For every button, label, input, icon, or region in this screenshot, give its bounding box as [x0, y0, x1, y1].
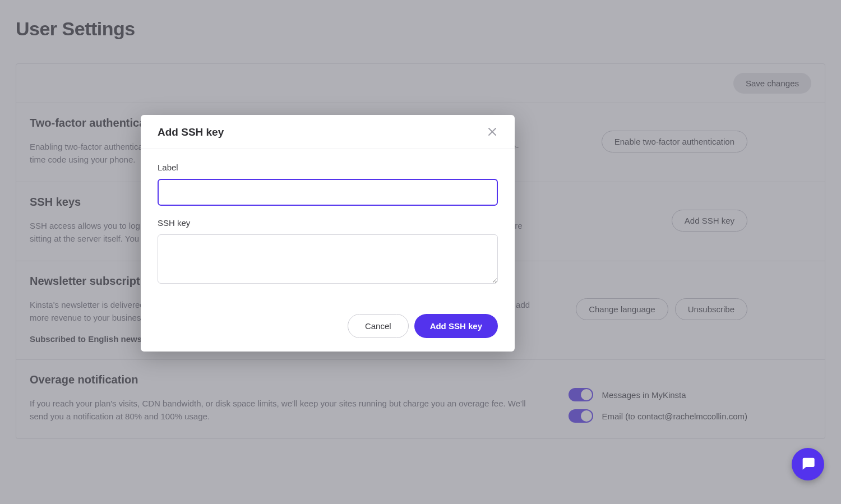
modal-title: Add SSH key	[158, 126, 224, 138]
close-icon	[488, 128, 496, 137]
modal-header: Add SSH key	[141, 115, 515, 149]
close-modal-button[interactable]	[487, 127, 498, 138]
label-field: Label	[158, 163, 498, 206]
chat-fab[interactable]	[792, 448, 824, 480]
submit-add-ssh-key-button[interactable]: Add SSH key	[414, 314, 498, 338]
modal-body: Label SSH key	[141, 149, 515, 304]
label-field-label: Label	[158, 163, 498, 172]
label-input[interactable]	[158, 179, 498, 206]
sshkey-field-label: SSH key	[158, 218, 498, 228]
modal-footer: Cancel Add SSH key	[141, 304, 515, 352]
modal-overlay[interactable]: Add SSH key Label SSH key Cancel Add SSH…	[0, 0, 841, 504]
chat-icon	[800, 455, 816, 473]
sshkey-textarea[interactable]	[158, 234, 498, 284]
cancel-button[interactable]: Cancel	[348, 314, 409, 338]
add-ssh-key-modal: Add SSH key Label SSH key Cancel Add SSH…	[141, 115, 515, 352]
sshkey-field: SSH key	[158, 218, 498, 286]
